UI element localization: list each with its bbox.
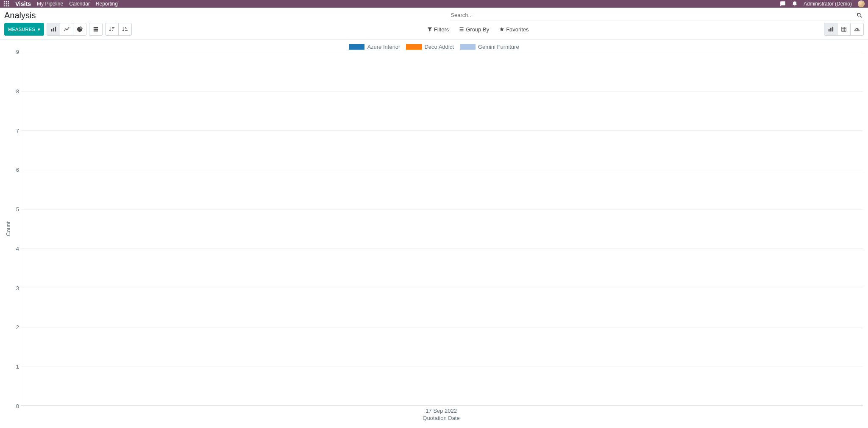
svg-rect-3 — [4, 3, 5, 5]
legend-item[interactable]: Deco Addict — [406, 44, 453, 50]
sort-desc-icon — [109, 26, 115, 32]
gridline — [21, 288, 863, 288]
y-tick-label: 7 — [16, 127, 19, 134]
star-icon — [499, 27, 504, 32]
svg-rect-6 — [4, 6, 5, 7]
sort-asc-button[interactable] — [118, 23, 132, 36]
search-icon[interactable] — [856, 12, 863, 19]
x-axis-label: Quotation Date — [19, 414, 863, 421]
y-tick-label: 6 — [16, 167, 19, 173]
sort-desc-button[interactable] — [105, 23, 119, 36]
svg-rect-11 — [55, 27, 56, 31]
chart-legend: Azure Interior Deco Addict Gemini Furnit… — [5, 44, 863, 50]
sort-asc-icon — [122, 26, 128, 32]
svg-rect-14 — [94, 31, 98, 32]
svg-rect-2 — [8, 1, 9, 3]
svg-rect-16 — [830, 28, 832, 32]
gridline — [21, 52, 863, 52]
caret-down-icon: ▾ — [38, 27, 40, 32]
apps-icon[interactable] — [3, 1, 9, 7]
filters-label: Filters — [434, 26, 449, 33]
legend-label: Azure Interior — [367, 44, 400, 50]
funnel-icon — [427, 27, 432, 32]
x-tick-label: 17 Sep 2022 — [19, 406, 863, 414]
svg-rect-10 — [53, 28, 55, 32]
y-tick-label: 5 — [16, 206, 19, 213]
nav-menu-item[interactable]: My Pipeline — [37, 1, 63, 7]
line-chart-icon — [64, 26, 70, 32]
gridline — [21, 130, 863, 131]
nav-user-label[interactable]: Administrator (Demo) — [804, 1, 852, 7]
gridline — [21, 366, 863, 366]
y-tick-label: 3 — [16, 285, 19, 291]
svg-rect-9 — [51, 29, 53, 31]
favorites-button[interactable]: Favorites — [499, 26, 529, 33]
groupby-button[interactable]: Group By — [459, 26, 489, 33]
pie-chart-button[interactable] — [73, 23, 86, 36]
avatar[interactable] — [858, 0, 865, 7]
y-axis: 0123456789 — [12, 52, 21, 406]
svg-rect-15 — [829, 29, 830, 31]
gridline — [21, 248, 863, 249]
y-tick-label: 4 — [16, 245, 19, 252]
groupby-label: Group By — [466, 26, 489, 33]
legend-label: Deco Addict — [424, 44, 453, 50]
svg-rect-1 — [6, 1, 7, 3]
control-panel: Analysis MEASURES ▾ — [0, 8, 868, 39]
legend-swatch — [349, 44, 364, 50]
filters-button[interactable]: Filters — [427, 26, 449, 33]
y-axis-label: Count — [5, 221, 11, 236]
gridline — [21, 170, 863, 170]
measures-button[interactable]: MEASURES ▾ — [4, 23, 44, 36]
favorites-label: Favorites — [506, 26, 529, 33]
nav-menu-item[interactable]: Reporting — [96, 1, 118, 7]
y-tick-label: 9 — [16, 49, 19, 55]
gridline — [21, 209, 863, 210]
legend-item[interactable]: Gemini Furniture — [460, 44, 519, 50]
y-tick-label: 1 — [16, 364, 19, 370]
svg-rect-12 — [94, 27, 98, 28]
sort-switch — [105, 23, 132, 36]
stacked-button[interactable] — [89, 23, 103, 36]
graph-view-button[interactable] — [824, 23, 837, 36]
svg-rect-7 — [6, 6, 7, 7]
gridline — [21, 91, 863, 92]
activities-icon[interactable] — [792, 1, 798, 7]
page-title: Analysis — [4, 11, 36, 20]
gridline — [21, 327, 863, 327]
legend-swatch — [460, 44, 476, 50]
legend-item[interactable]: Azure Interior — [349, 44, 400, 50]
view-switch — [824, 23, 864, 36]
svg-rect-8 — [8, 6, 9, 7]
grid-icon — [841, 26, 847, 32]
y-tick-label: 0 — [16, 403, 19, 409]
chart-type-switch — [47, 23, 86, 36]
app-brand[interactable]: Visits — [15, 0, 31, 7]
pivot-view-button[interactable] — [837, 23, 851, 36]
chart-area: Azure Interior Deco Addict Gemini Furnit… — [0, 39, 868, 422]
gauge-icon — [854, 26, 860, 32]
legend-swatch — [406, 44, 422, 50]
svg-rect-0 — [4, 1, 5, 3]
svg-rect-17 — [832, 27, 834, 31]
svg-rect-13 — [94, 29, 98, 30]
messaging-icon[interactable] — [780, 1, 786, 7]
pie-chart-icon — [77, 26, 83, 32]
bar-chart-icon — [828, 26, 834, 32]
dashboard-view-button[interactable] — [850, 23, 864, 36]
nav-menu-item[interactable]: Calendar — [69, 1, 90, 7]
legend-label: Gemini Furniture — [478, 44, 519, 50]
bar-chart-button[interactable] — [47, 23, 60, 36]
y-tick-label: 8 — [16, 88, 19, 94]
top-navbar: Visits My Pipeline Calendar Reporting Ad… — [0, 0, 868, 8]
line-chart-button[interactable] — [60, 23, 73, 36]
stacked-icon — [93, 26, 99, 32]
chart-plot-body — [21, 52, 863, 406]
measures-label: MEASURES — [8, 27, 35, 32]
y-tick-label: 2 — [16, 324, 19, 330]
list-icon — [459, 27, 464, 32]
bar-chart-icon — [50, 26, 56, 32]
search-input[interactable] — [450, 10, 864, 20]
svg-rect-5 — [8, 3, 9, 5]
svg-rect-4 — [6, 3, 7, 5]
